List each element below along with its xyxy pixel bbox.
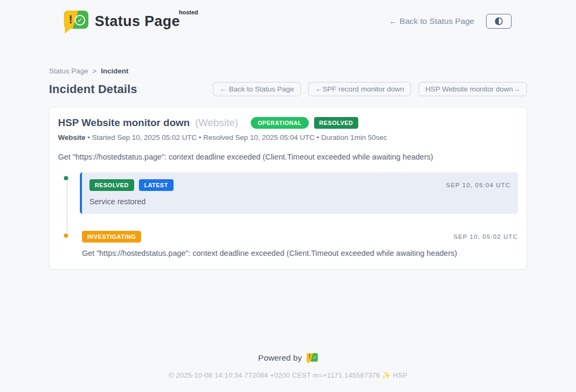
incident-description: Get "https://hostedstatus.page": context…: [58, 153, 518, 161]
entry-badges: RESOLVED LATEST: [89, 179, 174, 191]
brand-name: Status Page: [95, 13, 180, 29]
next-incident-button[interactable]: HSP Website monitor down→: [418, 82, 527, 96]
entry-head: INVESTIGATING SEP 10, 05:02 UTC: [82, 231, 518, 243]
timeline-entry-resolved: RESOLVED LATEST SEP 10, 05:04 UTC Servic…: [58, 173, 518, 214]
site-footer: Powered by ! ✓ © 2025-10-08 14:10:34.772…: [0, 353, 576, 392]
check-icon: ✓: [75, 15, 85, 26]
powered-by-label: Powered by: [258, 353, 302, 363]
breadcrumb-status-page[interactable]: Status Page: [49, 67, 88, 75]
incident-nav-buttons: ← Back to Status Page ←SPF record monito…: [213, 82, 527, 96]
entry-message: Get "https://hostedstatus.page": context…: [82, 249, 518, 257]
orange-dot-icon: [62, 232, 70, 239]
status-page-mini-logo-icon: ! ✓: [307, 353, 318, 363]
resolved-badge: RESOLVED: [89, 179, 134, 191]
main-content: Status Page > Incident Incident Details …: [49, 34, 527, 270]
entry-timestamp: SEP 10, 05:02 UTC: [454, 233, 518, 240]
header-right: ← Back to Status Page: [389, 14, 512, 29]
exclamation-icon: !: [69, 14, 72, 26]
half-circle-contrast-icon: [495, 17, 503, 26]
page-title: Incident Details: [49, 82, 137, 96]
operational-status-pill: OPERATIONAL: [251, 117, 308, 129]
incident-meta: Website • Started Sep 10, 2025 05:02 UTC…: [58, 134, 518, 141]
latest-badge: LATEST: [139, 179, 174, 191]
green-dot-icon: [62, 174, 70, 182]
logo-bubble-tail: [65, 27, 72, 34]
entry-timestamp: SEP 10, 05:04 UTC: [446, 182, 511, 188]
theme-toggle-button[interactable]: [486, 14, 512, 29]
investigating-badge: INVESTIGATING: [82, 231, 141, 243]
meta-resolved: • Resolved Sep 10, 2025 05:04 UTC: [199, 134, 315, 141]
incident-card: HSP Website monitor down (Website) OPERA…: [49, 107, 527, 270]
back-to-status-page-button[interactable]: ← Back to Status Page: [213, 82, 301, 96]
incident-title: HSP Website monitor down: [58, 117, 190, 129]
timeline-entry-body: RESOLVED LATEST SEP 10, 05:04 UTC Servic…: [80, 172, 518, 214]
breadcrumb: Status Page > Incident: [49, 67, 527, 75]
meta-duration: • Duration 1min 50sec: [317, 134, 387, 141]
timeline-gutter: [58, 173, 80, 214]
brand-superscript: hosted: [179, 9, 198, 15]
mini-check-icon: ✓: [312, 355, 317, 360]
incident-timeline: RESOLVED LATEST SEP 10, 05:04 UTC Servic…: [58, 173, 518, 257]
breadcrumb-incident: Incident: [101, 67, 128, 75]
status-page-logo-icon: ! ✓: [64, 10, 88, 33]
prev-incident-button[interactable]: ←SPF record monitor down: [308, 82, 411, 96]
timeline-gutter: [58, 231, 80, 257]
powered-by-link[interactable]: Powered by ! ✓: [0, 353, 576, 363]
incident-card-header: HSP Website monitor down (Website) OPERA…: [58, 117, 518, 129]
copyright-text: © 2025-10-08 14:10:34.772084 +0200 CEST …: [0, 371, 576, 379]
mini-logo-tail: [307, 361, 310, 364]
entry-badges: INVESTIGATING: [82, 231, 141, 243]
resolved-state-badge: RESOLVED: [314, 117, 359, 129]
brand-text: Status Page hosted: [95, 13, 198, 30]
meta-service: Website: [58, 134, 86, 141]
entry-message: Service restored: [89, 197, 511, 206]
meta-started: • Started Sep 10, 2025 05:02 UTC: [87, 134, 196, 141]
mini-logo-bubble: ! ✓: [307, 353, 318, 362]
incident-scope: (Website): [195, 117, 238, 129]
brand-logo[interactable]: ! ✓ Status Page hosted: [64, 10, 198, 33]
breadcrumb-separator: >: [93, 67, 97, 75]
logo-bubble: ! ✓: [64, 11, 88, 29]
entry-head: RESOLVED LATEST SEP 10, 05:04 UTC: [89, 179, 511, 191]
header-back-link[interactable]: ← Back to Status Page: [389, 16, 474, 26]
timeline-entry-investigating: INVESTIGATING SEP 10, 05:02 UTC Get "htt…: [58, 231, 518, 257]
mini-exclamation-icon: !: [309, 354, 310, 360]
title-row: Incident Details ← Back to Status Page ←…: [49, 82, 527, 96]
site-header: ! ✓ Status Page hosted ← Back to Status …: [0, 0, 576, 34]
timeline-entry-body: INVESTIGATING SEP 10, 05:02 UTC Get "htt…: [80, 231, 518, 257]
